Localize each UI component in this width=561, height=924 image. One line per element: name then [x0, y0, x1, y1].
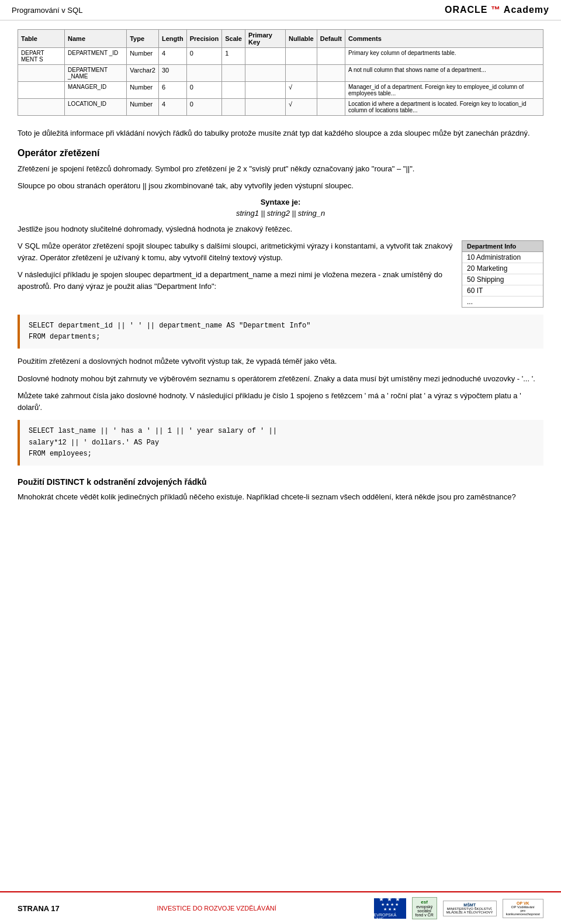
- code2-line-3: FROM employees;: [29, 449, 535, 460]
- section1-para5: V následující příkladu je spojen sloupec…: [18, 269, 453, 292]
- table-row: DEPARTMENT _NAME Varchar2 30 A not null …: [18, 65, 543, 82]
- section2-para1: Mnohokrát chcete vědět kolik jedinečných…: [18, 491, 543, 503]
- col-precision: Precision: [186, 30, 222, 48]
- section1-para6: Použitím zřetězení a doslovných hodnot m…: [18, 356, 543, 367]
- esf-text: evropský sociální fond v ČR: [415, 905, 434, 917]
- syntax-block: Syntaxe je: string1 || string2 || string…: [18, 198, 543, 218]
- code-block-1: SELECT department_id || ' ' || departmen…: [18, 315, 543, 349]
- code-line-2: FROM departments;: [29, 332, 535, 343]
- col-nullable: Nullable: [285, 30, 317, 48]
- section1-para2: Sloupce po obou stranách operátoru || js…: [18, 180, 543, 192]
- syntax-code: string1 || string2 || string_n: [18, 209, 543, 218]
- dept-row-5: ...: [462, 296, 543, 307]
- op-logo: OP VK OP Vzdělávání pro konkurenceschopn…: [503, 899, 543, 918]
- table-row: DEPART MENT S DEPARTMENT _ID Number 4 0 …: [18, 48, 543, 65]
- eu-text: EVROPSKÁ UNIE: [374, 913, 406, 921]
- col-scale: Scale: [222, 30, 245, 48]
- eu-logo: ★ ★ ★ ★ ★ ★ ★ ★ ★ ★ EVROPSKÁ UNIE: [374, 898, 406, 919]
- section2-heading: Použití DISTINCT k odstranění zdvojených…: [18, 477, 543, 487]
- oracle-text: ORACLE: [445, 5, 488, 15]
- table-row: LOCATION_ID Number 4 0 √ Location id whe…: [18, 99, 543, 116]
- page-number: STRANA 17: [18, 904, 60, 913]
- section1-para8: Můžete také zahrnout čísla jako doslovné…: [18, 390, 543, 413]
- col-table: Table: [18, 30, 65, 48]
- dept-row-3: 50 Shipping: [462, 274, 543, 285]
- page-footer: STRANA 17 INVESTICE DO ROZVOJE VZDĚLÁVÁN…: [0, 891, 561, 924]
- code-line-1: SELECT department_id || ' ' || departmen…: [29, 320, 535, 332]
- col-length: Length: [158, 30, 186, 48]
- table-row: MANAGER_ID Number 6 0 √ Manager_id of a …: [18, 82, 543, 99]
- sql-text-part: V SQL může operátor zřetězení spojit slo…: [18, 240, 453, 298]
- academy-text: Academy: [504, 5, 549, 15]
- sql-with-table-block: V SQL může operátor zřetězení spojit slo…: [18, 240, 543, 308]
- msmt-text: MINISTERSTVO ŠKOLSTVÍ, MLÁDEŽE A TĚLOVÝC…: [446, 907, 493, 914]
- section1-para4: V SQL může operátor zřetězení spojit slo…: [18, 240, 453, 263]
- code2-line-1: SELECT last_name || ' has a ' || 1 || ' …: [29, 426, 535, 437]
- code-block-2: SELECT last_name || ' has a ' || 1 || ' …: [18, 420, 543, 466]
- syntax-label: Syntaxe je:: [18, 198, 543, 206]
- dept-row-1: 10 Administration: [462, 252, 543, 263]
- code2-line-2: salary*12 || ' dollars.' AS Pay: [29, 437, 535, 449]
- intro-text: Toto je důležitá informace při vkládání …: [18, 127, 543, 139]
- dept-info-table: Department Info 10 Administration 20 Mar…: [462, 240, 543, 308]
- msmt-logo: MŠMT MINISTERSTVO ŠKOLSTVÍ, MLÁDEŽE A TĚ…: [443, 901, 497, 916]
- col-primary-key: Primary Key: [245, 30, 285, 48]
- col-comments: Comments: [345, 30, 543, 48]
- db-structure-table: Table Name Type Length Precision Scale P…: [18, 29, 543, 116]
- page-header: Programování v SQL ORACLE ™ Academy: [0, 0, 561, 20]
- esf-logo: esf evropský sociální fond v ČR: [412, 897, 437, 919]
- col-name: Name: [65, 30, 127, 48]
- main-content: Table Name Type Length Precision Scale P…: [0, 20, 561, 520]
- col-default: Default: [317, 30, 345, 48]
- dept-row-2: 20 Marketing: [462, 263, 543, 274]
- section1-para7: Doslovné hodnoty mohou být zahrnuty ve v…: [18, 373, 543, 385]
- dept-table-header: Department Info: [462, 241, 543, 252]
- dept-row-4: 60 IT: [462, 285, 543, 296]
- header-title: Programování v SQL: [12, 6, 82, 15]
- footer-logos: ★ ★ ★ ★ ★ ★ ★ ★ ★ ★ EVROPSKÁ UNIE esf ev…: [374, 897, 543, 919]
- op-text: OP Vzdělávání pro konkurenceschopnost: [506, 905, 540, 916]
- col-type: Type: [127, 30, 159, 48]
- oracle-logo: ORACLE ™ Academy: [445, 5, 549, 15]
- section1-para1: Zřetězení je spojení řetězců dohromady. …: [18, 163, 543, 175]
- investice-text: INVESTICE DO ROZVOJE VZDĚLÁVÁNÍ: [157, 905, 276, 912]
- section1-heading: Operátor zřetězení: [18, 148, 543, 158]
- section1-para3: Jestliže jsou hodnoty slučitelné dohroma…: [18, 223, 543, 235]
